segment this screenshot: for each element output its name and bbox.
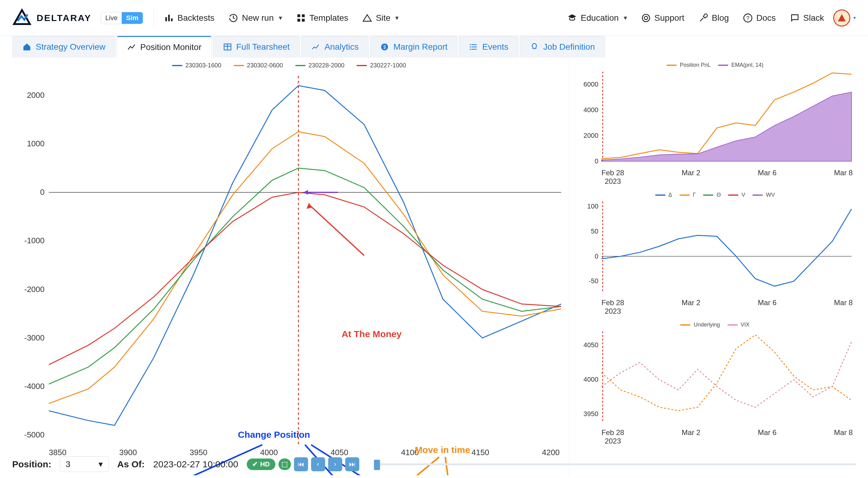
nav-blog[interactable]: Blog [699, 13, 729, 23]
annotation-move-in-time: Move in time [415, 445, 470, 455]
home-icon [22, 42, 31, 52]
svg-point-22 [470, 44, 471, 45]
step-back-button[interactable]: ‹ [311, 457, 325, 471]
svg-point-9 [642, 14, 650, 22]
position-select[interactable]: 3 ▾ [60, 456, 108, 472]
svg-point-10 [644, 16, 648, 20]
main-chart-pane: 230303-1600230302-0600230228-2000230227-… [12, 61, 569, 475]
mode-sim[interactable]: Sim [122, 12, 143, 24]
top-bar: DELTARAY Live Sim Backtests New run▾ Tem… [0, 0, 868, 36]
svg-point-24 [470, 49, 471, 50]
skip-back-button[interactable]: ⏮ [294, 457, 308, 471]
bar-chart-icon [164, 13, 174, 23]
tools-icon [699, 13, 708, 23]
chevron-down-icon: ▾ [98, 459, 103, 469]
svg-rect-7 [302, 19, 304, 21]
separator [153, 9, 154, 27]
tab-events[interactable]: Events [459, 36, 519, 58]
hd-pill[interactable]: ✔HD [247, 458, 275, 470]
svg-point-23 [470, 46, 471, 47]
svg-text:?: ? [746, 14, 749, 21]
annotation-change-position: Change Position [238, 429, 310, 440]
annotation-atm: At The Money [342, 329, 402, 339]
footer-controls: Position: 3 ▾ As Of: 2023-02-27 10:00:00… [12, 456, 856, 472]
slider-thumb[interactable] [374, 460, 380, 470]
delta-icon [362, 13, 372, 23]
dollar-icon: $ [380, 42, 389, 52]
greeks-chart[interactable]: ΔΓΘVWV-50050100Feb 282023Mar 2Mar 6Mar 8 [574, 191, 856, 319]
svg-text:100: 100 [587, 202, 598, 210]
svg-marker-38 [304, 190, 308, 195]
tab-full-tearsheet[interactable]: Full Tearsheet [213, 36, 300, 58]
chevron-down-icon: ▾ [624, 14, 627, 22]
chevron-down-icon: ▾ [279, 14, 282, 22]
3d-pill[interactable]: ⬚ [278, 458, 291, 470]
list-icon [469, 42, 478, 52]
svg-text:-3000: -3000 [24, 333, 45, 342]
mode-toggle[interactable]: Live Sim [101, 12, 143, 24]
position-label: Position: [12, 459, 51, 470]
history-icon [228, 13, 238, 23]
chevron-down-icon: ▾ [854, 15, 856, 21]
user-menu[interactable]: ▾ [833, 9, 856, 27]
playback-controls: ✔HD ⬚ ⏮ ‹ › ⏭ [247, 457, 359, 471]
svg-text:-50: -50 [589, 277, 598, 285]
svg-text:50: 50 [591, 227, 598, 235]
tab-job-definition[interactable]: Job Definition [520, 36, 605, 58]
table-icon [223, 42, 232, 52]
svg-text:0: 0 [40, 188, 44, 197]
tab-strategy-overview[interactable]: Strategy Overview [12, 36, 116, 58]
check-icon: ✔ [252, 460, 258, 468]
svg-rect-1 [165, 17, 167, 21]
lifebuoy-icon [641, 13, 651, 23]
svg-rect-6 [298, 19, 300, 21]
svg-rect-4 [298, 14, 300, 17]
line-chart-icon [127, 43, 136, 52]
tab-analytics[interactable]: Analytics [301, 36, 369, 58]
svg-text:3950: 3950 [584, 410, 598, 418]
nav-support[interactable]: Support [641, 13, 684, 23]
avatar-icon [833, 9, 850, 27]
svg-text:-4000: -4000 [24, 382, 45, 391]
svg-text:4000: 4000 [584, 376, 598, 383]
nav-templates[interactable]: Templates [296, 13, 349, 23]
svg-rect-2 [168, 14, 169, 21]
pnl-chart[interactable]: Position PnLEMA(pnl, 14)0200040006000Feb… [574, 61, 856, 189]
step-forward-button[interactable]: › [328, 457, 342, 471]
position-value: 3 [66, 459, 70, 469]
analytics-icon [311, 42, 320, 52]
nav-backtests[interactable]: Backtests [164, 13, 214, 23]
nav-site[interactable]: Site▾ [362, 13, 399, 23]
tab-margin-report[interactable]: $ Margin Report [370, 36, 458, 58]
svg-rect-3 [171, 18, 173, 21]
svg-text:0: 0 [595, 252, 598, 260]
main-chart-legend: 230303-1600230302-0600230228-2000230227-… [12, 61, 566, 69]
help-icon: ? [743, 13, 753, 23]
svg-text:-5000: -5000 [24, 430, 45, 439]
skip-forward-button[interactable]: ⏭ [345, 457, 359, 471]
svg-text:2000: 2000 [584, 132, 598, 139]
nav-education[interactable]: Education▾ [567, 13, 627, 23]
primary-nav: Backtests New run▾ Templates Site▾ [164, 13, 399, 23]
logo-icon [12, 8, 32, 28]
svg-marker-13 [838, 14, 846, 21]
mode-live[interactable]: Live [101, 12, 122, 24]
side-charts: Position PnLEMA(pnl, 14)0200040006000Feb… [569, 61, 856, 475]
underlying-vix-chart[interactable]: UnderlyingVIX395040004050Feb 282023Mar 2… [574, 320, 856, 448]
grid-icon [296, 13, 306, 23]
payoff-chart[interactable]: 230303-1600230302-0600230228-2000230227-… [12, 61, 566, 475]
nav-new-run[interactable]: New run▾ [228, 13, 282, 23]
tab-strip: Strategy Overview Position Monitor Full … [0, 36, 868, 58]
nav-slack[interactable]: Slack [790, 13, 824, 23]
chevron-down-icon: ▾ [395, 14, 399, 22]
svg-text:4000: 4000 [584, 106, 598, 114]
brand-name: DELTARAY [37, 13, 92, 23]
secondary-nav: Education▾ Support Blog ? Docs Slack [567, 13, 824, 23]
svg-text:4050: 4050 [584, 341, 598, 349]
tab-position-monitor[interactable]: Position Monitor [117, 36, 212, 58]
nav-docs[interactable]: ? Docs [743, 13, 776, 23]
svg-text:6000: 6000 [584, 81, 598, 88]
time-slider[interactable] [374, 464, 856, 465]
svg-text:0: 0 [595, 157, 598, 165]
svg-text:1000: 1000 [27, 139, 44, 148]
